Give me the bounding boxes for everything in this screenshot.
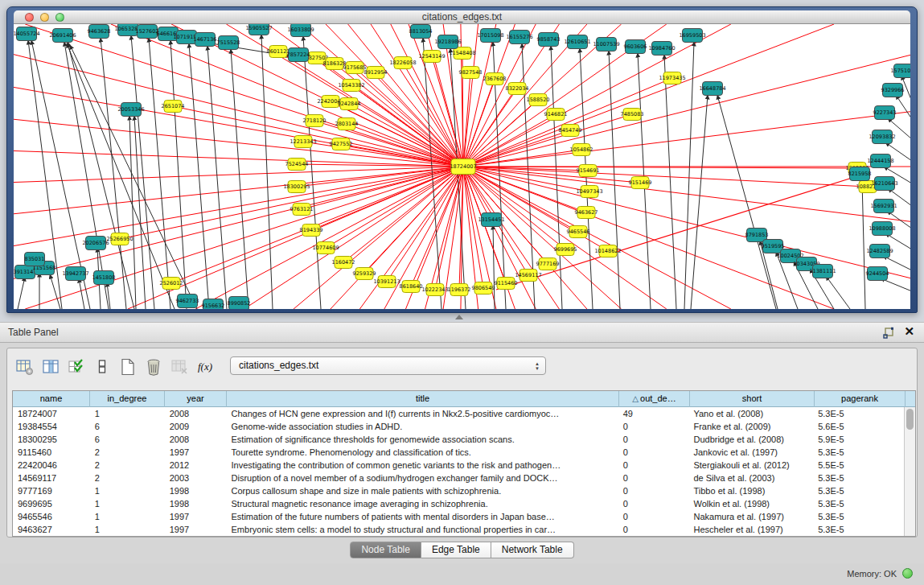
minimize-window-button[interactable] [40, 13, 49, 22]
graph-node[interactable]: 8912954 [364, 67, 388, 79]
table-row[interactable]: 1830029562008Estimation of significance … [13, 433, 904, 446]
graph-node[interactable]: 17015098 [477, 29, 503, 43]
graph-node[interactable]: 10543382 [338, 80, 364, 92]
graph-node[interactable]: 12482589 [866, 245, 893, 258]
trash-icon[interactable] [142, 356, 165, 378]
graph-node[interactable]: 9699695 [554, 244, 577, 256]
tab-edge-table[interactable]: Edge Table [421, 542, 491, 558]
graph-node[interactable]: 14569117 [515, 270, 541, 282]
graph-node[interactable]: 2367608 [483, 73, 507, 85]
graph-node[interactable]: 9465546 [567, 226, 590, 238]
graph-node[interactable]: 9463627 [575, 207, 598, 219]
table-row[interactable]: 977716911998Corpus callosum shape and si… [13, 484, 904, 497]
network-table-select[interactable]: citations_edges.txt ▲▼ [230, 356, 546, 375]
graph-node[interactable]: 16648784 [699, 82, 725, 96]
graph-node[interactable]: 9259329 [353, 268, 376, 280]
graph-node[interactable]: 20206576 [82, 237, 109, 250]
float-panel-icon[interactable] [882, 327, 895, 340]
graph-node[interactable]: 16959503 [679, 29, 705, 43]
column-header-year[interactable]: year [165, 391, 227, 407]
graph-node[interactable]: 9858743 [537, 33, 561, 47]
graph-node[interactable]: 15692931 [870, 200, 897, 213]
table-row[interactable]: 1938455462009Genome-wide association stu… [13, 420, 904, 433]
graph-node[interactable]: 11007539 [593, 38, 619, 51]
graph-node[interactable]: 13942737 [62, 267, 88, 281]
graph-node[interactable]: 12444158 [867, 154, 893, 168]
column-header-pagerank[interactable]: pagerank [815, 391, 906, 407]
column-header-out_degree[interactable]: △out_de… [619, 391, 690, 407]
splitter-grip[interactable] [455, 315, 463, 319]
column-header-short[interactable]: short [690, 391, 815, 407]
graph-node[interactable]: 9146821 [544, 109, 568, 121]
table-row[interactable]: 969969511998Structural magnetic resonanc… [13, 497, 904, 510]
graph-node[interactable]: 18724007 [450, 159, 476, 175]
graph-node[interactable]: 18300295 [283, 181, 310, 193]
graph-node[interactable]: 7515528 [217, 36, 240, 50]
graph-node[interactable]: 1196372 [448, 284, 471, 296]
graph-node[interactable]: 19218986 [434, 35, 461, 49]
graph-node[interactable]: 8454749 [559, 125, 582, 137]
graph-node[interactable]: 9242844 [338, 98, 361, 110]
graph-node[interactable]: 2718120 [303, 115, 326, 127]
graph-node[interactable]: 15905527 [245, 24, 272, 35]
memory-status-icon[interactable] [902, 568, 913, 579]
graph-node[interactable]: 8618640 [400, 281, 423, 293]
graph-node[interactable]: 9244504 [866, 267, 889, 281]
table-row[interactable]: 1872400712008Changes of HCN gene express… [13, 407, 904, 420]
graph-node[interactable]: 7485083 [621, 109, 644, 121]
scrollbar-thumb[interactable] [906, 409, 914, 430]
graph-node[interactable]: 10988008 [869, 222, 895, 236]
graph-node[interactable]: 9763121 [290, 204, 314, 216]
graph-node[interactable]: 9827548 [459, 67, 483, 79]
graph-node[interactable]: 9427552 [330, 138, 353, 150]
graph-node[interactable]: 20691406 [49, 29, 76, 43]
graph-node[interactable]: 11381111 [809, 265, 836, 278]
graph-node[interactable]: 20053346 [117, 103, 144, 117]
vertical-scrollbar[interactable] [904, 407, 915, 536]
column-header-in_degree[interactable]: in_degree [90, 391, 165, 407]
new-document-icon[interactable] [117, 356, 139, 378]
graph-node[interactable]: 2803144 [335, 118, 359, 130]
column-header-title[interactable]: title [227, 391, 619, 407]
graph-node[interactable]: 16155276 [506, 31, 532, 44]
graph-node[interactable]: 8194339 [300, 225, 323, 237]
graph-node[interactable]: 12213343 [290, 136, 316, 148]
function-icon[interactable]: f(x) [194, 356, 216, 378]
table-row[interactable]: 2242004622012Investigating the contribut… [13, 459, 904, 472]
tab-node-table[interactable]: Node Table [350, 542, 421, 558]
graph-node[interactable]: 1160472 [332, 257, 355, 269]
network-canvas[interactable]: 1154840812543149182260588912954105433822… [14, 24, 910, 309]
graph-node[interactable]: 10391213 [373, 276, 400, 288]
tab-network-table[interactable]: Network Table [491, 542, 574, 558]
graph-node[interactable]: 1467136 [194, 33, 217, 47]
graph-node[interactable]: 14055724 [14, 27, 40, 41]
graph-node[interactable]: 7524544 [285, 159, 309, 171]
column-header-name[interactable]: name [13, 391, 90, 407]
graph-node[interactable]: 9463628 [88, 25, 111, 39]
graph-node[interactable]: 15751074 [890, 64, 910, 78]
graph-node[interactable]: 9603606 [624, 40, 647, 54]
graph-node[interactable]: 10222343 [421, 284, 448, 296]
graph-node[interactable]: 16210643 [871, 177, 897, 191]
table-row[interactable]: 911546021997Tourette syndrome. Phenomeno… [13, 446, 904, 459]
table-row[interactable]: 946554611997Estimation of the future num… [13, 510, 904, 523]
graph-node[interactable]: 9151469 [629, 177, 652, 189]
graph-node[interactable]: 835031 [25, 253, 45, 266]
graph-node[interactable]: 9806549 [472, 282, 495, 295]
graph-node[interactable]: 9154691 [577, 165, 600, 177]
close-window-button[interactable] [25, 13, 34, 22]
table-settings-icon[interactable] [14, 356, 36, 378]
select-columns-icon[interactable] [65, 356, 88, 378]
table-row[interactable]: 1456911722003Disruption of a novel membe… [13, 472, 904, 484]
graph-node[interactable]: 9462733 [176, 295, 199, 308]
graph-node[interactable]: 12093832 [869, 130, 895, 144]
graph-node[interactable]: 9329966 [881, 84, 905, 97]
graph-node[interactable]: 25266950 [106, 233, 133, 245]
rows-icon[interactable] [91, 356, 113, 378]
zoom-window-button[interactable] [55, 13, 64, 22]
graph-node[interactable]: 9227343 [873, 106, 897, 120]
close-panel-icon[interactable]: ✕ [904, 324, 914, 339]
graph-node[interactable]: 16033809 [287, 24, 314, 37]
graph-node[interactable]: 1588520 [527, 94, 550, 106]
graph-node[interactable]: 2651074 [162, 101, 185, 113]
